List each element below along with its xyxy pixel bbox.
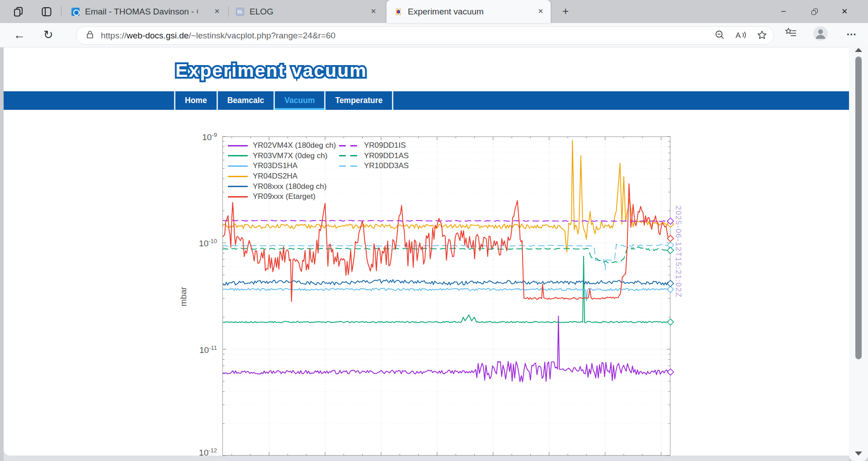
close-tab-icon[interactable]: ✕ <box>536 7 545 16</box>
y-tick-1e-11: 10-11 <box>179 344 217 355</box>
url-path: /~lestinsk/vacplot.php?range=24&r=60 <box>189 31 335 40</box>
atom-favicon <box>394 8 402 16</box>
site-navbar: Home Beamcalc Vacuum Temperature <box>4 91 849 110</box>
y-tick-1e-12: 10-12 <box>179 447 217 458</box>
refresh-button[interactable]: ↻ <box>43 28 53 42</box>
url-domain: web-docs.gsi.de <box>127 31 189 40</box>
outlook-favicon <box>71 8 80 16</box>
address-bar-icons: A <box>715 27 767 45</box>
y-tick-1e-10: 10-10 <box>179 238 217 249</box>
url-scheme: https:// <box>101 31 127 40</box>
tab-elog[interactable]: EL ELOG ✕ <box>230 0 383 23</box>
workspaces-icon[interactable] <box>13 6 24 18</box>
nav-item-vacuum[interactable]: Vacuum <box>274 91 324 110</box>
y-axis-label: mbar <box>179 287 189 306</box>
close-tab-icon[interactable]: ✕ <box>369 7 378 16</box>
read-aloud-icon[interactable]: A <box>735 30 747 42</box>
scrollbar-thumb[interactable] <box>855 56 862 359</box>
window-close-button[interactable]: ✕ <box>834 0 855 23</box>
browser-tab-strip: Email - THOMAS Davinson - Outlo ✕ EL ELO… <box>0 0 868 23</box>
scroll-down-arrow-icon[interactable] <box>855 452 862 456</box>
new-tab-button[interactable]: + <box>560 6 571 18</box>
web-page: Experiment vacuum Experiment vacuum Home… <box>4 47 849 456</box>
plot-end-timestamp: 2025-06-12T15:21:02Z <box>674 206 683 298</box>
browser-scrollbar[interactable] <box>849 42 868 461</box>
tab-email-outlook[interactable]: Email - THOMAS Davinson - Outlo ✕ <box>63 0 227 23</box>
window-restore-button[interactable] <box>804 0 825 23</box>
window-minimize-button[interactable]: − <box>773 0 794 23</box>
tab-title: Experiment vacuum <box>408 7 484 17</box>
favorites-list-icon[interactable] <box>785 27 797 38</box>
y-tick-1e-9: 10-9 <box>179 132 217 142</box>
tab-separator <box>228 6 229 17</box>
tab-experiment-vacuum[interactable]: Experiment vacuum ✕ <box>387 0 551 23</box>
close-tab-icon[interactable]: ✕ <box>212 7 222 16</box>
add-favorite-star-icon[interactable] <box>757 30 767 42</box>
nav-item-beamcalc[interactable]: Beamcalc <box>217 91 274 110</box>
scroll-up-arrow-icon[interactable] <box>855 48 862 52</box>
profile-avatar[interactable] <box>813 26 828 41</box>
tab-title: ELOG <box>250 7 274 17</box>
settings-menu-icon[interactable]: ⋯ <box>846 28 857 40</box>
address-bar[interactable]: https://web-docs.gsi.de/~lestinsk/vacplo… <box>76 26 774 45</box>
restore-icon <box>811 9 818 15</box>
browser-toolbar: ← ↻ https://web-docs.gsi.de/~lestinsk/va… <box>0 23 868 47</box>
svg-text:A: A <box>736 31 741 40</box>
lock-icon <box>86 30 94 41</box>
back-button[interactable]: ← <box>14 28 25 42</box>
vertical-tabs-icon[interactable] <box>41 6 52 18</box>
elog-favicon: EL <box>236 8 244 16</box>
nav-item-home[interactable]: Home <box>174 91 217 110</box>
vacuum-plot-canvas <box>222 136 670 456</box>
nav-item-temperature[interactable]: Temperature <box>324 91 393 110</box>
url-text: https://web-docs.gsi.de/~lestinsk/vacplo… <box>101 31 335 41</box>
vacuum-plot: YR02VM4X (180deg ch)YR03VM7X (0deg ch)YR… <box>222 136 670 456</box>
tab-separator <box>61 6 61 17</box>
zoom-out-icon[interactable] <box>715 30 725 42</box>
tab-title-fade <box>194 5 211 18</box>
tab-title: Email - THOMAS Davinson - Outlo <box>85 7 198 17</box>
